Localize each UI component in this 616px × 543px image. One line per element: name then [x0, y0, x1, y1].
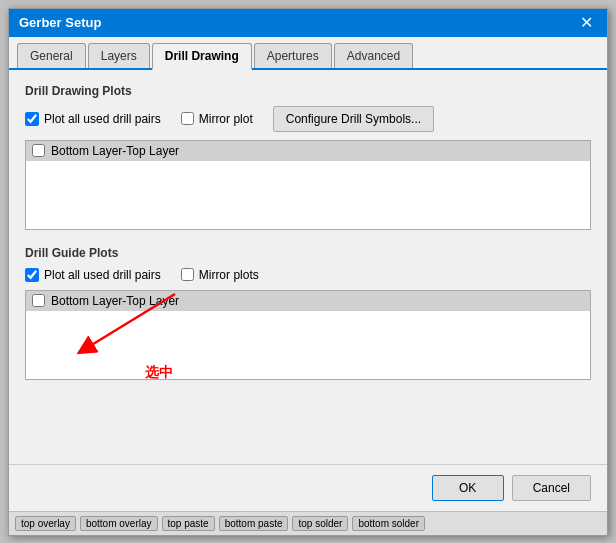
- mirror-plot-checkbox[interactable]: [181, 112, 194, 125]
- drill-guide-controls: Plot all used drill pairs Mirror plots: [25, 268, 591, 282]
- list-item: Bottom Layer-Top Layer: [26, 291, 590, 311]
- annotation-text: 选中: [145, 364, 173, 382]
- drill-drawing-controls: Plot all used drill pairs Mirror plot Co…: [25, 106, 591, 132]
- close-button[interactable]: ✕: [576, 15, 597, 31]
- taskbar-chip-4: bottom paste: [219, 516, 289, 531]
- gerber-setup-window: Gerber Setup ✕ General Layers Drill Draw…: [8, 8, 608, 536]
- window-title: Gerber Setup: [19, 15, 101, 30]
- drill-guide-layer-list: Bottom Layer-Top Layer: [25, 290, 591, 380]
- mirror-plots-label[interactable]: Mirror plots: [181, 268, 259, 282]
- drill-guide-title: Drill Guide Plots: [25, 246, 591, 260]
- drill-drawing-title: Drill Drawing Plots: [25, 84, 591, 98]
- tab-advanced[interactable]: Advanced: [334, 43, 413, 68]
- bottom-bar: OK Cancel: [9, 464, 607, 511]
- taskbar-chip-1: top overlay: [15, 516, 76, 531]
- tab-general[interactable]: General: [17, 43, 86, 68]
- tab-bar: General Layers Drill Drawing Apertures A…: [9, 37, 607, 70]
- taskbar-chip-3: top paste: [162, 516, 215, 531]
- drill-guide-layer-checkbox[interactable]: [32, 294, 45, 307]
- drill-guide-plot-all-checkbox[interactable]: [25, 268, 39, 282]
- drill-guide-plot-all-label[interactable]: Plot all used drill pairs: [25, 268, 161, 282]
- drill-guide-section: Drill Guide Plots Plot all used drill pa…: [25, 246, 591, 434]
- title-bar: Gerber Setup ✕: [9, 9, 607, 37]
- tab-apertures[interactable]: Apertures: [254, 43, 332, 68]
- plot-all-used-label[interactable]: Plot all used drill pairs: [25, 112, 161, 126]
- plot-all-used-checkbox[interactable]: [25, 112, 39, 126]
- taskbar-chip-5: top solder: [292, 516, 348, 531]
- drill-drawing-layer-list: Bottom Layer-Top Layer: [25, 140, 591, 230]
- ok-button[interactable]: OK: [432, 475, 504, 501]
- annotation-area: 选中: [25, 384, 591, 434]
- cancel-button[interactable]: Cancel: [512, 475, 591, 501]
- drill-drawing-section: Drill Drawing Plots Plot all used drill …: [25, 84, 591, 230]
- layer-item-checkbox[interactable]: [32, 144, 45, 157]
- main-content: Drill Drawing Plots Plot all used drill …: [9, 70, 607, 464]
- mirror-plots-checkbox[interactable]: [181, 268, 194, 281]
- list-item: Bottom Layer-Top Layer: [26, 141, 590, 161]
- taskbar-chip-6: bottom solder: [352, 516, 425, 531]
- taskbar-chip-2: bottom overlay: [80, 516, 158, 531]
- tab-layers[interactable]: Layers: [88, 43, 150, 68]
- configure-drill-symbols-button[interactable]: Configure Drill Symbols...: [273, 106, 434, 132]
- mirror-plot-label[interactable]: Mirror plot: [181, 112, 253, 126]
- tab-drill-drawing[interactable]: Drill Drawing: [152, 43, 252, 70]
- taskbar-hint: top overlay bottom overlay top paste bot…: [9, 511, 607, 535]
